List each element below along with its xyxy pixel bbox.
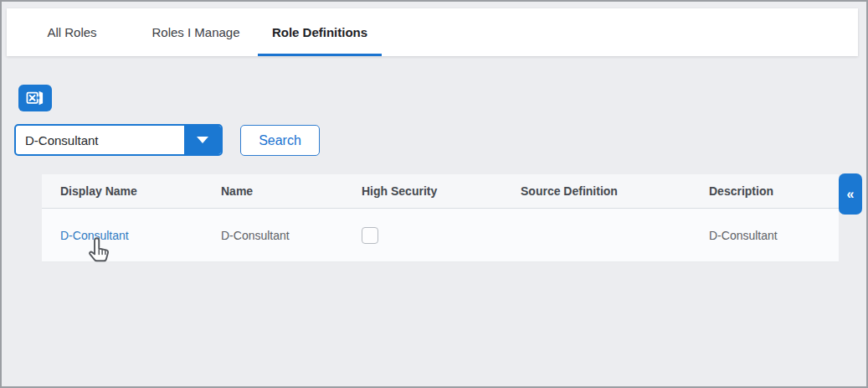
column-header-name: Name bbox=[203, 184, 343, 198]
column-header-source-definition: Source Definition bbox=[502, 184, 691, 198]
tab-role-definitions[interactable]: Role Definitions bbox=[258, 8, 382, 56]
table-row: D-Consultant D-Consultant D-Consultant bbox=[42, 209, 839, 262]
tab-all-roles[interactable]: All Roles bbox=[10, 8, 134, 56]
table-header-row: Display Name Name High Security Source D… bbox=[42, 174, 839, 209]
tab-roles-i-manage[interactable]: Roles I Manage bbox=[134, 8, 258, 56]
export-excel-button[interactable] bbox=[18, 85, 52, 111]
description-cell: D-Consultant bbox=[691, 229, 839, 242]
chevrons-left-icon: « bbox=[847, 187, 855, 202]
role-filter-dropdown[interactable]: D-Consultant bbox=[14, 124, 223, 156]
role-management-screen: All Roles Roles I Manage Role Definition… bbox=[0, 0, 868, 388]
high-security-checkbox[interactable] bbox=[362, 227, 378, 244]
roles-table: Display Name Name High Security Source D… bbox=[42, 174, 839, 262]
role-filter-value: D-Consultant bbox=[16, 126, 184, 154]
tab-label: Roles I Manage bbox=[152, 25, 239, 39]
collapse-panel-button[interactable]: « bbox=[839, 173, 862, 215]
tab-label: All Roles bbox=[47, 25, 96, 39]
dropdown-toggle-button[interactable] bbox=[184, 126, 221, 154]
tab-bar: All Roles Roles I Manage Role Definition… bbox=[7, 8, 858, 56]
column-header-display-name: Display Name bbox=[42, 184, 203, 198]
name-cell: D-Consultant bbox=[203, 229, 343, 242]
excel-icon bbox=[26, 90, 44, 106]
display-name-link[interactable]: D-Consultant bbox=[60, 229, 129, 242]
search-button[interactable]: Search bbox=[240, 125, 320, 156]
column-header-high-security: High Security bbox=[343, 184, 502, 198]
tab-label: Role Definitions bbox=[272, 25, 367, 39]
chevron-down-icon bbox=[197, 137, 208, 143]
column-header-description: Description bbox=[691, 184, 839, 198]
